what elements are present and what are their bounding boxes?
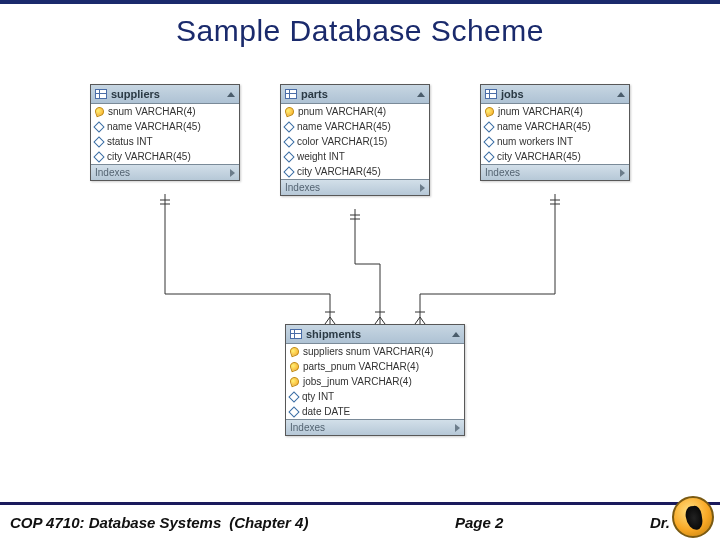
diamond-icon [283, 166, 294, 177]
diamond-icon [93, 136, 104, 147]
column-row: jnum VARCHAR(4) [481, 104, 629, 119]
svg-line-21 [415, 317, 420, 324]
key-icon [94, 106, 106, 118]
table-jobs: jobs jnum VARCHAR(4) name VARCHAR(45) nu… [480, 84, 630, 181]
column-row: color VARCHAR(15) [281, 134, 429, 149]
column-row: city VARCHAR(45) [281, 164, 429, 179]
footer-author: Dr. [650, 514, 670, 531]
triangle-right-icon [230, 169, 235, 177]
diamond-icon [483, 121, 494, 132]
svg-line-6 [330, 317, 335, 324]
key-icon [289, 346, 301, 358]
column-row: num workers INT [481, 134, 629, 149]
table-name: jobs [501, 88, 524, 100]
svg-line-13 [375, 317, 380, 324]
column-row: weight INT [281, 149, 429, 164]
triangle-right-icon [420, 184, 425, 192]
column-row: date DATE [286, 404, 464, 419]
table-footer: Indexes [91, 164, 239, 180]
page-title: Sample Database Scheme [0, 14, 720, 48]
svg-line-22 [420, 317, 425, 324]
table-name: shipments [306, 328, 361, 340]
table-suppliers: suppliers snum VARCHAR(4) name VARCHAR(4… [90, 84, 240, 181]
slide-footer: COP 4710: Database Systems (Chapter 4) P… [0, 502, 720, 540]
table-header: shipments [286, 325, 464, 344]
table-footer: Indexes [281, 179, 429, 195]
footer-chapter: (Chapter 4) [229, 514, 308, 531]
column-row: jobs_jnum VARCHAR(4) [286, 374, 464, 389]
diamond-icon [93, 121, 104, 132]
diamond-icon [483, 136, 494, 147]
footer-page: Page 2 [455, 514, 503, 531]
column-row: name VARCHAR(45) [91, 119, 239, 134]
table-header: parts [281, 85, 429, 104]
table-name: suppliers [111, 88, 160, 100]
slide: Sample Database Scheme suppliers [0, 0, 720, 540]
column-row: name VARCHAR(45) [281, 119, 429, 134]
table-columns: pnum VARCHAR(4) name VARCHAR(45) color V… [281, 104, 429, 179]
column-row: parts_pnum VARCHAR(4) [286, 359, 464, 374]
table-icon [290, 329, 302, 339]
diamond-icon [283, 136, 294, 147]
ucf-logo-icon [672, 496, 714, 538]
diamond-icon [93, 151, 104, 162]
key-icon [289, 361, 301, 373]
table-columns: suppliers snum VARCHAR(4) parts_pnum VAR… [286, 344, 464, 419]
column-row: name VARCHAR(45) [481, 119, 629, 134]
column-row: suppliers snum VARCHAR(4) [286, 344, 464, 359]
column-row: pnum VARCHAR(4) [281, 104, 429, 119]
footer-course: COP 4710: Database Systems [10, 514, 221, 531]
diamond-icon [483, 151, 494, 162]
chevron-up-icon [452, 332, 460, 337]
diamond-icon [283, 121, 294, 132]
key-icon [284, 106, 296, 118]
table-columns: jnum VARCHAR(4) name VARCHAR(45) num wor… [481, 104, 629, 164]
diamond-icon [288, 406, 299, 417]
column-row: city VARCHAR(45) [91, 149, 239, 164]
triangle-right-icon [620, 169, 625, 177]
table-footer: Indexes [481, 164, 629, 180]
table-name: parts [301, 88, 328, 100]
svg-line-14 [380, 317, 385, 324]
table-shipments: shipments suppliers snum VARCHAR(4) part… [285, 324, 465, 436]
chevron-up-icon [417, 92, 425, 97]
chevron-up-icon [227, 92, 235, 97]
column-row: qty INT [286, 389, 464, 404]
column-row: city VARCHAR(45) [481, 149, 629, 164]
column-row: snum VARCHAR(4) [91, 104, 239, 119]
diamond-icon [288, 391, 299, 402]
table-parts: parts pnum VARCHAR(4) name VARCHAR(45) c… [280, 84, 430, 196]
table-icon [95, 89, 107, 99]
chevron-up-icon [617, 92, 625, 97]
triangle-right-icon [455, 424, 460, 432]
table-columns: snum VARCHAR(4) name VARCHAR(45) status … [91, 104, 239, 164]
column-row: status INT [91, 134, 239, 149]
table-footer: Indexes [286, 419, 464, 435]
table-icon [285, 89, 297, 99]
table-header: jobs [481, 85, 629, 104]
svg-line-5 [325, 317, 330, 324]
key-icon [484, 106, 496, 118]
diamond-icon [283, 151, 294, 162]
key-icon [289, 376, 301, 388]
table-icon [485, 89, 497, 99]
table-header: suppliers [91, 85, 239, 104]
